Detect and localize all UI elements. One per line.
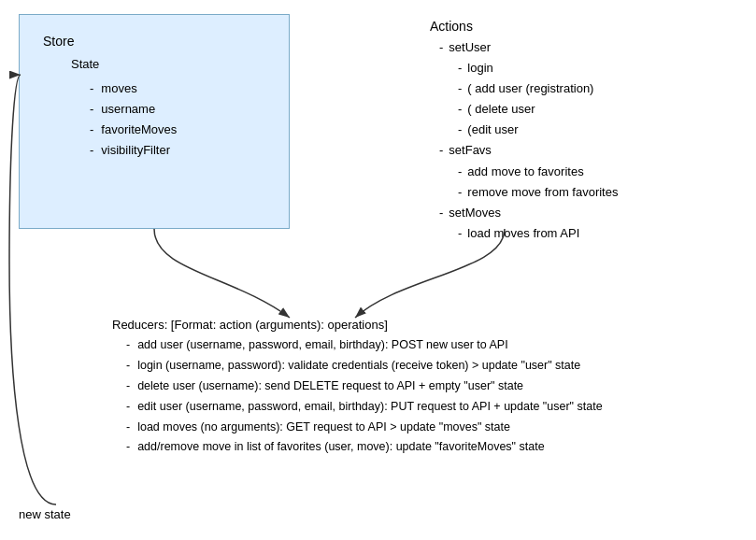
- list-item: - moves: [90, 78, 177, 99]
- list-item: - add user (username, password, email, b…: [126, 335, 737, 356]
- actions-tree: - setUser - login - ( add user (registra…: [439, 37, 618, 244]
- list-item: - username: [90, 99, 177, 120]
- list-item: - ( add user (registration): [458, 78, 618, 99]
- reducers-section: Reducers: [Format: action (arguments): o…: [112, 318, 737, 458]
- list-item: - setUser: [439, 37, 618, 58]
- list-item: - edit user (username, password, email, …: [126, 397, 737, 418]
- new-state-label: new state: [19, 507, 71, 521]
- list-item: - load moves (no arguments): GET request…: [126, 418, 737, 438]
- list-item: - (edit user: [458, 120, 618, 140]
- list-item: - favoriteMoves: [90, 120, 177, 140]
- store-box: Store State - moves - username - favorit…: [19, 14, 290, 229]
- store-label: Store: [43, 34, 74, 49]
- list-item: - ( delete user: [458, 99, 618, 120]
- list-item: - setMoves: [439, 203, 618, 223]
- actions-label: Actions: [430, 19, 618, 34]
- state-label: State: [71, 57, 99, 71]
- list-item: - visibilityFilter: [90, 140, 177, 161]
- reducers-list: - add user (username, password, email, b…: [126, 335, 737, 458]
- list-item: - login (username, password): validate c…: [126, 356, 737, 377]
- list-item: - setFavs: [439, 140, 618, 161]
- state-items: - moves - username - favoriteMoves - vis…: [90, 78, 177, 161]
- list-item: - remove move from favorites: [458, 182, 618, 203]
- list-item: - login: [458, 58, 618, 78]
- list-item: - add move to favorites: [458, 162, 618, 182]
- reducers-title: Reducers: [Format: action (arguments): o…: [112, 318, 737, 332]
- list-item: - delete user (username): send DELETE re…: [126, 377, 737, 397]
- actions-section: Actions - setUser - login - ( add user (…: [430, 19, 618, 244]
- list-item: - load moves from API: [458, 223, 618, 244]
- list-item: - add/remove move in list of favorites (…: [126, 437, 737, 458]
